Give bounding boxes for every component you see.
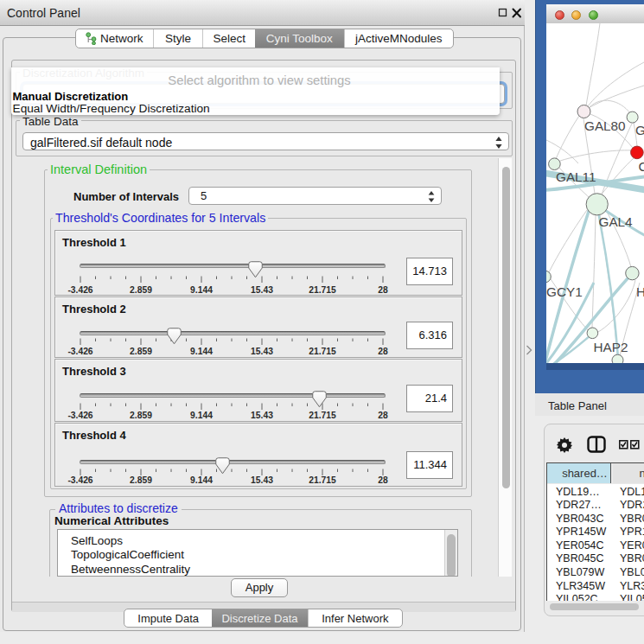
svg-text:GAL3: GAL3 bbox=[635, 123, 644, 137]
svg-text:HAP5: HAP5 bbox=[636, 284, 644, 299]
svg-text:GAL80: GAL80 bbox=[584, 118, 626, 133]
svg-text:GAL11: GAL11 bbox=[556, 169, 596, 184]
svg-text:HAP2: HAP2 bbox=[594, 340, 628, 354]
svg-text:GCY1: GCY1 bbox=[546, 284, 583, 299]
svg-text:CDC2: CDC2 bbox=[639, 159, 644, 174]
svg-text:GAL4: GAL4 bbox=[599, 214, 634, 229]
